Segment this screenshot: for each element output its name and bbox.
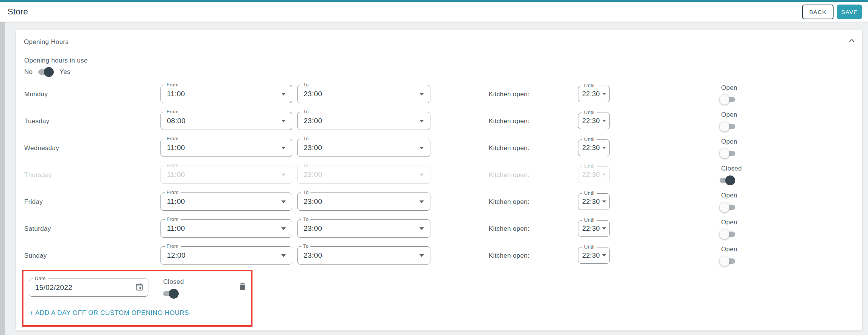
from-time-select[interactable]: From 11:00 xyxy=(161,85,292,103)
until-field-label: Until xyxy=(582,217,597,223)
caret-down-icon xyxy=(419,147,424,149)
day-status-label: Open xyxy=(721,246,737,253)
kitchen-until-value: 22:30 xyxy=(582,225,600,233)
from-time-value: 11:00 xyxy=(167,171,185,179)
caret-down-icon xyxy=(419,120,424,122)
kitchen-until-select[interactable]: Until 22:30 xyxy=(578,193,610,210)
date-value: 15/02/2022 xyxy=(35,283,72,292)
caret-down-icon xyxy=(419,254,424,257)
opening-hours-in-use-row: No Yes xyxy=(24,67,70,77)
from-time-value: 08:00 xyxy=(167,117,185,125)
kitchen-until-select[interactable]: Until 22:30 xyxy=(578,247,610,264)
caret-down-icon xyxy=(602,227,606,230)
from-time-select[interactable]: From 11:00 xyxy=(161,139,292,157)
from-field-label: From xyxy=(165,189,181,196)
kitchen-until-select[interactable]: Until 22:30 xyxy=(578,139,610,156)
day-off-highlight-box: Date 15/02/2022 Closed xyxy=(22,270,252,327)
day-label: Sunday xyxy=(24,252,47,260)
from-time-select[interactable]: From 12:00 xyxy=(161,246,292,265)
day-label: Thursday xyxy=(24,171,52,179)
day-off-closed-toggle[interactable] xyxy=(163,289,179,299)
day-status-label: Open xyxy=(721,192,737,199)
kitchen-until-value: 22:30 xyxy=(582,198,600,206)
chevron-up-icon xyxy=(847,41,856,46)
caret-down-icon xyxy=(419,93,424,95)
from-time-select[interactable]: From 11:00 xyxy=(161,219,292,238)
to-time-value: 23:00 xyxy=(304,251,322,260)
day-open-toggle[interactable] xyxy=(720,175,735,185)
back-button[interactable]: BACK xyxy=(802,5,834,19)
to-time-select[interactable]: To 23:00 xyxy=(297,193,430,211)
day-status-label: Open xyxy=(721,219,737,226)
to-time-select[interactable]: To 23:00 xyxy=(297,166,430,184)
to-time-select[interactable]: To 23:00 xyxy=(297,112,430,130)
calendar-icon[interactable] xyxy=(135,282,144,293)
from-time-select[interactable]: From 11:00 xyxy=(161,193,292,211)
from-time-select[interactable]: From 08:00 xyxy=(161,112,292,130)
kitchen-open-label: Kitchen open: xyxy=(489,91,530,98)
day-status-block: Open xyxy=(720,138,737,160)
until-field-label: Until xyxy=(582,163,597,169)
caret-down-icon xyxy=(281,147,286,149)
day-status-block: Open xyxy=(720,192,737,214)
date-input[interactable]: Date 15/02/2022 xyxy=(29,279,148,297)
kitchen-open-label: Kitchen open: xyxy=(489,144,530,152)
kitchen-open-label: Kitchen open: xyxy=(489,225,530,233)
kitchen-until-select[interactable]: Until 22:30 xyxy=(578,113,610,129)
caret-down-icon xyxy=(602,254,606,257)
from-field-label: From xyxy=(165,136,181,142)
kitchen-until-select[interactable]: Until 22:30 xyxy=(578,166,610,183)
opening-hours-in-use-toggle[interactable] xyxy=(38,67,54,77)
to-time-select[interactable]: To 23:00 xyxy=(297,219,430,238)
caret-down-icon xyxy=(602,174,606,176)
to-time-select[interactable]: To 23:00 xyxy=(297,246,430,265)
kitchen-until-select[interactable]: Until 22:30 xyxy=(578,220,610,237)
add-day-off-link[interactable]: + ADD A DAY OFF OR CUSTOM OPENING HOURS xyxy=(30,309,189,317)
day-status-label: Open xyxy=(721,84,737,92)
caret-down-icon xyxy=(419,200,424,203)
day-row: Friday From 11:00 To 23:00 Kitchen open:… xyxy=(16,188,862,215)
day-label: Saturday xyxy=(24,225,51,233)
toggle-knob xyxy=(720,256,729,266)
trash-icon xyxy=(238,287,247,293)
day-status-block: Closed xyxy=(720,165,742,187)
day-open-toggle[interactable] xyxy=(720,95,735,105)
to-time-value: 23:00 xyxy=(304,197,322,206)
day-open-toggle[interactable] xyxy=(720,229,735,239)
until-field-label: Until xyxy=(582,244,597,250)
from-field-label: From xyxy=(165,243,181,249)
date-field-label: Date xyxy=(33,276,48,282)
to-time-select[interactable]: To 23:00 xyxy=(297,139,430,157)
until-field-label: Until xyxy=(582,136,597,142)
until-field-label: Until xyxy=(582,110,597,116)
kitchen-until-select[interactable]: Until 22:30 xyxy=(578,86,610,102)
to-time-select[interactable]: To 23:00 xyxy=(297,85,430,103)
caret-down-icon xyxy=(281,120,286,122)
delete-day-off-button[interactable] xyxy=(237,282,248,293)
kitchen-until-value: 22:30 xyxy=(582,144,600,152)
caret-down-icon xyxy=(602,93,606,95)
kitchen-open-label: Kitchen open: xyxy=(489,117,530,125)
toggle-knob xyxy=(720,202,729,212)
day-open-toggle[interactable] xyxy=(720,149,735,158)
to-time-value: 23:00 xyxy=(304,117,322,125)
to-time-value: 23:00 xyxy=(304,144,322,152)
toggle-knob xyxy=(725,175,735,185)
day-status-block: Open xyxy=(720,84,737,106)
day-open-toggle[interactable] xyxy=(720,122,735,131)
caret-down-icon xyxy=(602,200,606,203)
day-status-label: Open xyxy=(721,111,737,119)
from-time-value: 12:00 xyxy=(167,251,185,260)
from-time-select[interactable]: From 11:00 xyxy=(161,166,292,184)
from-field-label: From xyxy=(165,109,181,115)
to-field-label: To xyxy=(301,216,310,222)
to-field-label: To xyxy=(301,243,310,249)
collapse-section-button[interactable] xyxy=(846,36,857,46)
kitchen-open-label: Kitchen open: xyxy=(489,171,530,179)
day-open-toggle[interactable] xyxy=(720,202,735,212)
day-open-toggle[interactable] xyxy=(720,256,735,266)
caret-down-icon xyxy=(281,200,286,203)
day-row: Monday From 11:00 To 23:00 Kitchen open:… xyxy=(16,81,862,108)
save-button[interactable]: SAVE xyxy=(837,5,862,19)
day-row: Sunday From 12:00 To 23:00 Kitchen open:… xyxy=(16,242,862,269)
